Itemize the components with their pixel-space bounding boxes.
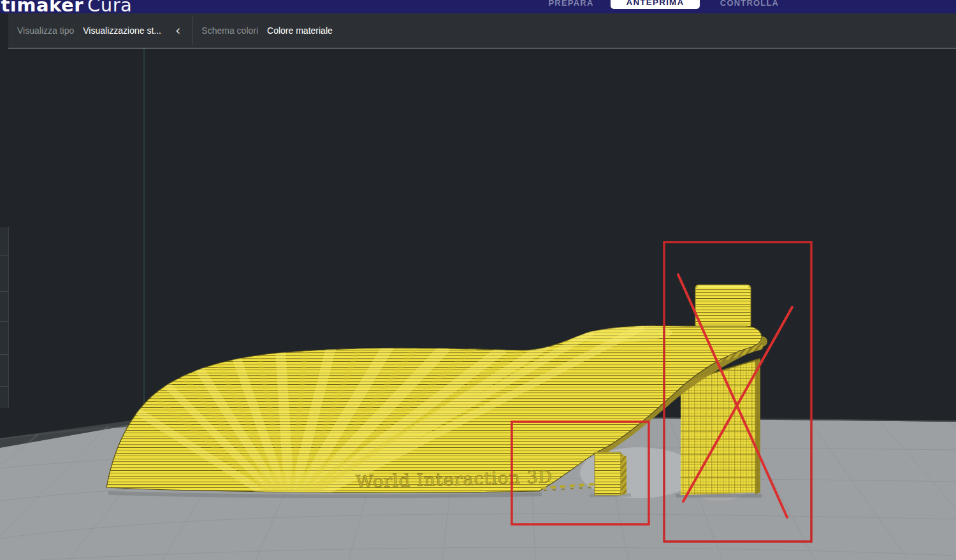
cura-window: World Interaction 3D ltimakerCura PREPAR… — [0, 0, 956, 560]
view-options-bar: Visualizza tipo Visualizzazione st... ‹ … — [8, 13, 956, 48]
left-tool-button[interactable] — [0, 387, 8, 407]
model-wing-top-block — [695, 285, 751, 328]
toolbar-divider — [192, 17, 192, 45]
left-tool-button[interactable] — [0, 355, 8, 387]
left-tool-button[interactable] — [0, 256, 8, 292]
viewport-3d[interactable]: World Interaction 3D — [0, 0, 956, 560]
tab-anteprima[interactable]: ANTEPRIMA — [611, 0, 700, 9]
color-scheme-dropdown[interactable]: Colore materiale — [267, 25, 333, 36]
tab-prepara[interactable]: PREPARA — [547, 0, 595, 13]
tab-controlla[interactable]: CONTROLLA — [715, 0, 784, 13]
app-logo: ltimakerCura — [0, 0, 132, 13]
view-type-dropdown[interactable]: Visualizzazione st... — [83, 25, 161, 36]
app-logo-bold: ltimaker — [0, 0, 83, 13]
color-scheme-label: Schema colori — [201, 25, 258, 36]
app-logo-light: Cura — [87, 0, 132, 13]
view-type-label: Visualizza tipo — [17, 25, 74, 36]
left-tool-button[interactable] — [0, 292, 8, 322]
tab-anteprima-label: ANTEPRIMA — [611, 0, 700, 7]
top-bar: ltimakerCura PREPARA ANTEPRIMA CONTROLLA — [0, 0, 956, 13]
left-tool-button[interactable] — [0, 227, 8, 256]
left-tool-strip — [0, 227, 9, 408]
left-tool-button[interactable] — [0, 322, 8, 355]
tab-prepara-label: PREPARA — [547, 0, 595, 8]
tab-controlla-label: CONTROLLA — [715, 0, 784, 8]
collapse-chevron-icon[interactable]: ‹ — [175, 26, 180, 35]
